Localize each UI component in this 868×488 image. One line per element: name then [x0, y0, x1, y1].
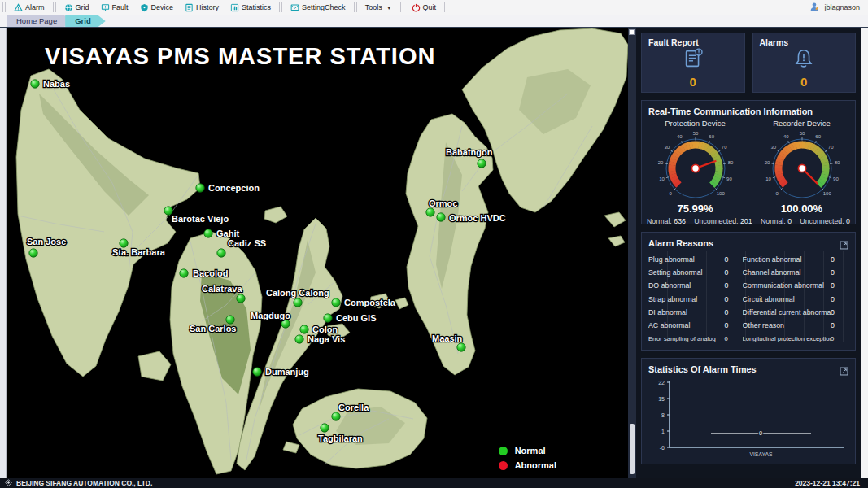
reason-label: Differential current abnormal — [743, 308, 831, 316]
toolbar-grip[interactable] — [400, 2, 403, 12]
fault-report-value: 0 — [642, 75, 744, 89]
user-chip[interactable]: jblagnason — [809, 0, 860, 15]
normal-count-1: Normal: 0 — [761, 217, 792, 225]
map-marker-nabas[interactable]: Nabas — [31, 79, 70, 89]
toolbar-button-label: Fault — [112, 3, 129, 11]
reason-row: DI abnormal 0 — [648, 306, 743, 319]
legend-abnormal-label: Abnormal — [515, 460, 556, 470]
svg-text:40: 40 — [783, 134, 788, 139]
reason-value: 0 — [831, 268, 848, 277]
reason-value: 0 — [725, 308, 743, 316]
left-splitter[interactable] — [0, 28, 7, 478]
svg-text:22: 22 — [658, 380, 665, 386]
company-name: BEIJING SIFANG AUTOMATION CO., LTD. — [16, 479, 152, 487]
shield-icon — [140, 3, 149, 12]
vertical-scrollbar[interactable] — [628, 28, 636, 478]
scrollbar-thumb[interactable] — [630, 424, 635, 474]
gauge-label-recorder: Recorder Device — [748, 119, 855, 128]
toolbar-button-statistics[interactable]: Statistics — [225, 0, 277, 15]
map-legend: Normal Abnormal — [499, 441, 556, 470]
marker-label: Barotac Viejo — [172, 214, 229, 224]
gauge-cell-1: 0102030405060708090100100.00% — [748, 128, 855, 215]
legend-normal-dot — [499, 447, 508, 455]
reason-value: 0 — [831, 295, 848, 303]
marker-label: Maasin — [432, 333, 463, 343]
svg-text:1: 1 — [661, 429, 665, 434]
marker-label: Compostela — [344, 298, 396, 307]
reason-value: 0 — [831, 321, 848, 329]
alarm-icon — [14, 3, 23, 12]
reason-label: Strap abnormal — [648, 295, 725, 303]
reason-label: Setting abnormal — [648, 268, 725, 277]
fault-report-card[interactable]: Fault Report 0 — [641, 33, 745, 93]
tab-home-page[interactable]: Home Page — [7, 15, 72, 27]
toolbar-grip[interactable] — [279, 2, 282, 12]
svg-text:90: 90 — [833, 176, 839, 181]
status-bar: BEIJING SIFANG AUTOMATION CO., LTD. 2023… — [0, 478, 868, 488]
globe-icon — [64, 3, 73, 12]
panel-collapse-toggle[interactable] — [629, 29, 635, 35]
toolbar-button-fault[interactable]: Fault — [95, 0, 134, 15]
comm-panel: Real-Time Communication Information Prot… — [641, 100, 856, 224]
toolbar-grip[interactable] — [444, 2, 447, 12]
marker-label: Naga Vis — [308, 334, 345, 344]
expand-icon[interactable] — [840, 364, 848, 379]
monitor-icon — [101, 3, 110, 12]
reason-row: AC abnormal 0 — [648, 319, 743, 332]
toolbar-button-settingcheck[interactable]: SettingCheck — [285, 0, 351, 15]
chevron-down-icon: ▼ — [386, 5, 392, 11]
alarm-reasons-title: Alarm Reasons — [642, 233, 855, 250]
svg-text:60: 60 — [709, 134, 714, 139]
marker-label: Concepcion — [208, 183, 260, 193]
reason-value: 0 — [831, 308, 848, 316]
toolbar-grip[interactable] — [53, 2, 56, 12]
alarms-card[interactable]: Alarms 0 — [752, 33, 857, 93]
marker-label: San Carlos — [190, 324, 236, 333]
map-canvas[interactable]: Nabas San Jose Sta. Barbara Concepcion B… — [7, 28, 628, 478]
visayas-map[interactable]: Nabas San Jose Sta. Barbara Concepcion B… — [7, 28, 628, 478]
reason-row: Communication abnormal 0 — [743, 279, 848, 292]
toolbar-button-device[interactable]: Device — [134, 0, 180, 15]
svg-text:VISAYAS: VISAYAS — [749, 451, 773, 457]
marker-label: Calatrava — [202, 284, 242, 294]
marker-label: Calong Calong — [266, 288, 329, 298]
reason-row: Strap abnormal 0 — [648, 293, 743, 306]
map-marker-colon[interactable]: Colon — [300, 325, 338, 334]
map-marker-gahit[interactable]: Gahit — [204, 229, 240, 238]
toolbar-button-grid[interactable]: Grid — [59, 0, 95, 15]
company-logo-icon — [5, 479, 12, 488]
tab-grid[interactable]: Grid — [65, 15, 106, 27]
svg-text:10: 10 — [765, 176, 771, 181]
marker-label: Bacolod — [193, 268, 228, 278]
alarm-bell-icon — [753, 46, 856, 71]
svg-text:70: 70 — [721, 145, 726, 150]
toolbar-button-alarm[interactable]: Alarm — [8, 0, 50, 15]
gauge-cell-0: 010203040506070809010075.99% — [642, 128, 748, 215]
alarm-reasons-panel: Alarm Reasons Plug abnormal 0 Setting ab… — [641, 232, 856, 351]
reason-row: Circuit abnormal 0 — [743, 293, 848, 306]
gauge-label-protection: Protection Device — [642, 119, 748, 128]
reason-label: Longitudinal protection exception — [743, 335, 831, 342]
svg-text:15: 15 — [658, 396, 665, 402]
marker-label: Babatngon — [446, 147, 493, 157]
svg-text:0: 0 — [669, 191, 672, 196]
reason-value: 0 — [725, 281, 743, 290]
svg-text:90: 90 — [726, 176, 732, 181]
marker-label: Corella — [338, 403, 369, 412]
svg-text:20: 20 — [657, 160, 663, 165]
marker-label: Ormoc — [429, 198, 457, 208]
reason-label: AC abnormal — [648, 321, 725, 329]
reason-label: Other reason — [743, 321, 831, 329]
toolbar-button-tools[interactable]: Tools▼ — [360, 0, 398, 15]
statistics-icon — [230, 3, 239, 12]
alarm-stats-panel: Statistics Of Alarm Times 221581-60VISAY… — [641, 358, 856, 464]
reason-value: 0 — [725, 295, 743, 303]
svg-text:20: 20 — [764, 160, 770, 165]
toolbar-grip[interactable] — [2, 2, 6, 12]
reason-row: DO abnormal 0 — [648, 279, 743, 292]
toolbar-button-quit[interactable]: Quit — [406, 0, 443, 15]
user-icon — [809, 2, 820, 14]
marker-label: Cadiz SS — [228, 238, 266, 248]
toolbar-grip[interactable] — [354, 2, 357, 12]
toolbar-button-history[interactable]: History — [179, 0, 225, 15]
